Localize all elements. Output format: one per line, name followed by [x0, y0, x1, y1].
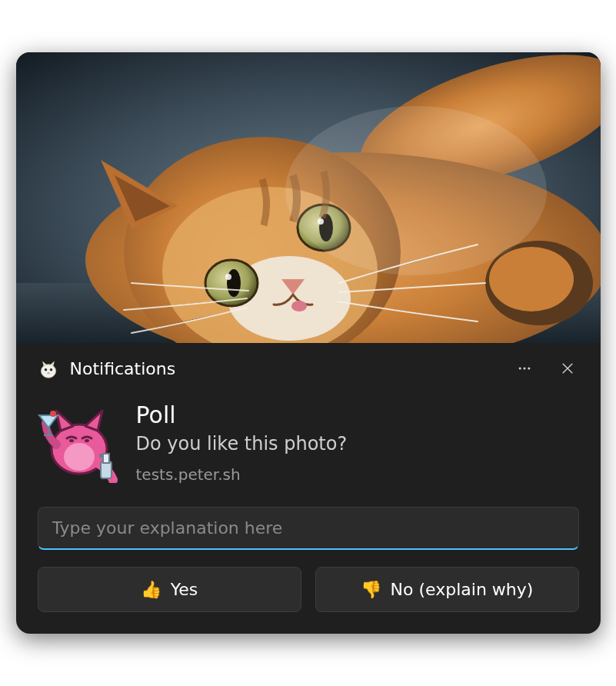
svg-point-26	[528, 368, 530, 370]
hero-image-cat	[16, 52, 601, 343]
notification-card: Notifications	[16, 52, 601, 634]
notification-text: Poll Do you like this photo? tests.peter…	[136, 400, 348, 484]
svg-point-31	[85, 439, 89, 442]
more-button[interactable]	[513, 357, 536, 380]
app-label: Notifications	[70, 359, 502, 378]
svg-rect-36	[103, 454, 109, 463]
thumbs-up-icon: 👍	[141, 581, 161, 598]
notification-title: Poll	[136, 401, 348, 428]
thumbs-down-icon: 👎	[361, 581, 381, 598]
notification-avatar	[38, 400, 121, 483]
close-icon	[560, 361, 575, 376]
close-button[interactable]	[556, 357, 579, 380]
notification-body: Do you like this photo?	[136, 433, 348, 455]
svg-point-23	[47, 372, 50, 374]
action-buttons: 👍 Yes 👎 No (explain why)	[16, 550, 601, 634]
input-row	[16, 498, 601, 550]
more-horizontal-icon	[517, 361, 532, 376]
app-icon	[38, 358, 59, 379]
svg-point-24	[518, 368, 521, 370]
svg-point-25	[523, 368, 525, 370]
svg-point-29	[64, 443, 95, 471]
svg-point-30	[69, 439, 74, 442]
svg-point-13	[225, 274, 231, 280]
yes-button[interactable]: 👍 Yes	[38, 567, 301, 612]
svg-rect-35	[101, 461, 112, 478]
svg-point-22	[49, 368, 52, 371]
no-button-label: No (explain why)	[391, 580, 534, 599]
yes-button-label: Yes	[171, 580, 198, 599]
explanation-input[interactable]	[38, 507, 579, 550]
notification-source: tests.peter.sh	[136, 465, 348, 484]
no-button[interactable]: 👎 No (explain why)	[315, 567, 579, 612]
svg-point-5	[489, 247, 574, 311]
notification-header: Notifications	[16, 343, 601, 386]
svg-point-34	[50, 411, 56, 417]
svg-point-12	[227, 269, 241, 297]
svg-point-18	[285, 106, 547, 275]
header-actions	[513, 357, 579, 380]
svg-point-21	[44, 368, 47, 371]
notification-content: Poll Do you like this photo? tests.peter…	[16, 386, 601, 498]
svg-point-9	[291, 301, 307, 311]
svg-rect-37	[99, 454, 104, 458]
